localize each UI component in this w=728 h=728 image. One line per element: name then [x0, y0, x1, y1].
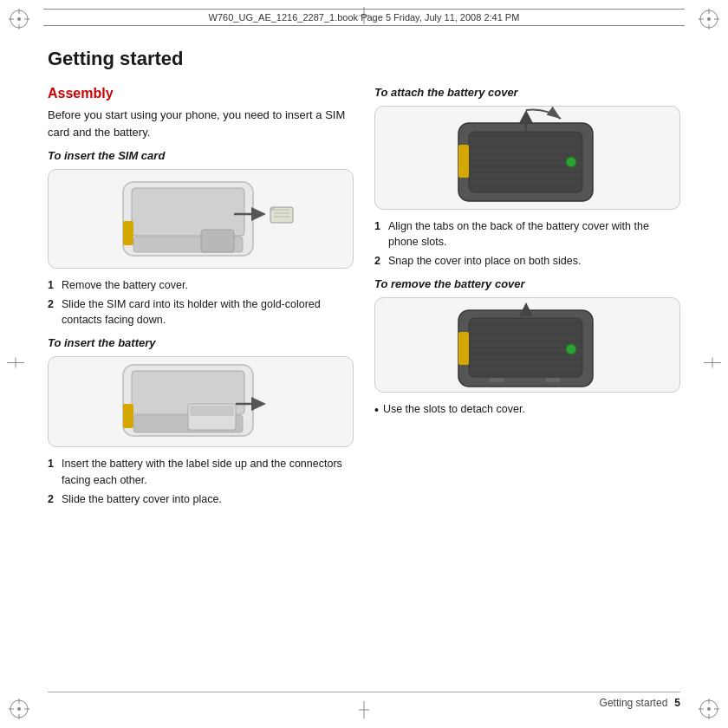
svg-rect-46	[123, 404, 133, 428]
battery-steps-list: 1 Insert the battery with the label side…	[48, 456, 354, 506]
svg-rect-79	[458, 332, 469, 365]
svg-point-11	[707, 17, 711, 21]
remove-step-1: Use the slots to detach cover.	[374, 401, 680, 419]
page-content: Getting started Assembly Before you star…	[48, 48, 680, 680]
svg-point-80	[566, 344, 576, 354]
svg-point-17	[17, 707, 21, 711]
center-mark-left	[7, 356, 24, 373]
remove-heading: To remove the battery cover	[374, 277, 680, 290]
attach-cover-illustration	[374, 106, 680, 210]
attach-heading: To attach the battery cover	[374, 86, 680, 99]
page-title: Getting started	[48, 48, 680, 70]
remove-cover-illustration	[374, 297, 680, 393]
corner-mark-bl	[7, 697, 31, 721]
remove-steps-list: Use the slots to detach cover.	[374, 401, 680, 419]
svg-point-64	[566, 157, 576, 167]
svg-marker-66	[519, 110, 533, 123]
assembly-heading: Assembly	[48, 86, 354, 101]
svg-point-5	[17, 17, 21, 21]
sim-step-1: 1 Remove the battery cover.	[48, 277, 354, 293]
sim-heading: To insert the SIM card	[48, 149, 354, 162]
footer: Getting started 5	[48, 692, 680, 709]
sim-steps-list: 1 Remove the battery cover. 2 Slide the …	[48, 277, 354, 328]
svg-rect-53	[469, 132, 582, 192]
footer-page: 5	[674, 697, 680, 709]
corner-mark-tl	[7, 7, 31, 31]
corner-mark-tr	[697, 7, 721, 31]
assembly-intro: Before you start using your phone, you n…	[48, 107, 354, 140]
battery-heading: To insert the battery	[48, 336, 354, 349]
battery-step-1: 1 Insert the battery with the label side…	[48, 456, 354, 487]
svg-rect-84	[545, 378, 561, 382]
sim-card-illustration	[48, 169, 354, 269]
svg-rect-33	[132, 188, 244, 236]
col-left: Assembly Before you start using your pho…	[48, 86, 354, 516]
corner-mark-br	[697, 697, 721, 721]
top-bar-text: W760_UG_AE_1216_2287_1.book Page 5 Frida…	[209, 12, 520, 23]
svg-rect-63	[458, 145, 469, 178]
sim-step-2: 2 Slide the SIM card into its holder wit…	[48, 296, 354, 328]
battery-step-2: 2 Slide the battery cover into place.	[48, 491, 354, 507]
svg-marker-50	[251, 397, 266, 411]
top-bar: W760_UG_AE_1216_2287_1.book Page 5 Frida…	[43, 9, 685, 26]
col-right: To attach the battery cover	[374, 86, 680, 516]
battery-illustration	[48, 356, 354, 447]
attach-step-1: 1 Align the tabs on the back of the batt…	[374, 218, 680, 250]
svg-point-23	[707, 707, 711, 711]
svg-rect-36	[201, 230, 234, 252]
footer-text: Getting started	[600, 697, 668, 709]
svg-rect-83	[489, 378, 504, 382]
center-mark-right	[704, 356, 721, 373]
columns-container: Assembly Before you start using your pho…	[48, 86, 680, 516]
attach-steps-list: 1 Align the tabs on the back of the batt…	[374, 218, 680, 269]
svg-rect-49	[190, 406, 234, 416]
svg-rect-34	[123, 221, 133, 245]
attach-step-2: 2 Snap the cover into place on both side…	[374, 253, 680, 269]
svg-marker-37	[251, 207, 266, 221]
